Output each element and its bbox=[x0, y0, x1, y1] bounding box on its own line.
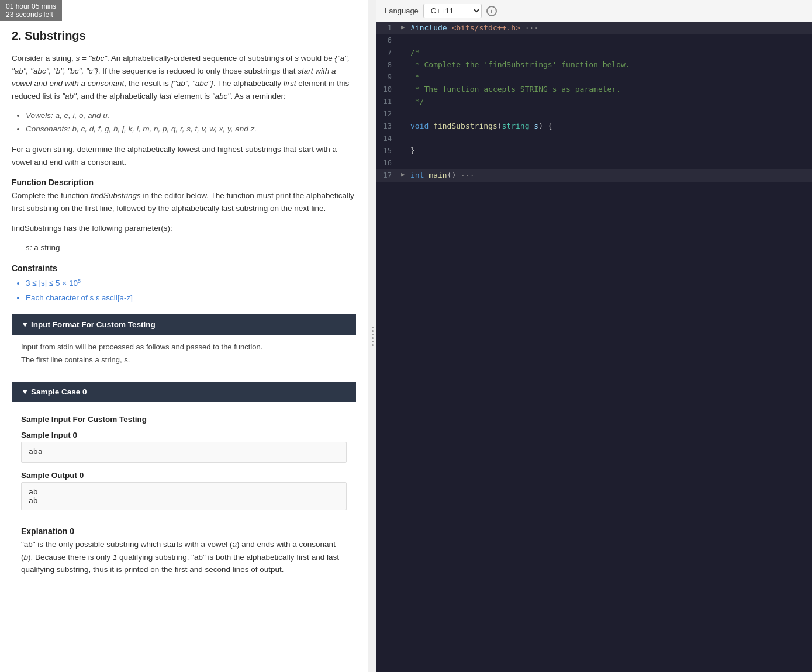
sample-input-label1: Sample Input For Custom Testing bbox=[21, 415, 347, 424]
timer-line1: 01 hour 05 mins bbox=[6, 2, 56, 11]
explanation-text: "ab" is the only possible substring whic… bbox=[21, 538, 347, 576]
sample-section: Sample Input For Custom Testing Sample I… bbox=[12, 402, 356, 593]
for-given-text: For a given string, determine the alphab… bbox=[12, 143, 356, 168]
vowels-item: Vowels: a, e, i, o, and u. bbox=[26, 109, 356, 123]
line-num-10: 10 bbox=[376, 84, 401, 95]
timer-bar: 01 hour 05 mins 23 seconds left bbox=[0, 0, 62, 21]
line-content-10: * The function accepts STRING s as param… bbox=[410, 84, 812, 96]
input-line1: Input from stdin will be processed as fo… bbox=[21, 341, 347, 354]
explanation-heading: Explanation 0 bbox=[21, 526, 347, 536]
line-content-12 bbox=[410, 108, 812, 120]
line-num-13: 13 bbox=[376, 120, 401, 132]
problem-title: 2. Substrings bbox=[12, 29, 356, 43]
line-num-17: 17 bbox=[376, 169, 401, 181]
code-line-13: 13 void findSubstrings(string s) { bbox=[376, 120, 812, 133]
line-num-8: 8 bbox=[376, 59, 401, 71]
code-line-16: 16 bbox=[376, 157, 812, 169]
line-num-11: 11 bbox=[376, 96, 401, 108]
line-content-15: } bbox=[410, 145, 812, 157]
sample-output-box: abab bbox=[21, 482, 347, 510]
line-content-6 bbox=[410, 34, 812, 47]
line-content-7: /* bbox=[410, 47, 812, 59]
explanation-section: Explanation 0 "ab" is the only possible … bbox=[12, 510, 356, 593]
line-arrow-8 bbox=[401, 59, 410, 70]
line-arrow-1[interactable]: ▶ bbox=[401, 22, 410, 33]
line-content-13: void findSubstrings(string s) { bbox=[410, 120, 812, 133]
code-line-12: 12 bbox=[376, 108, 812, 120]
problem-intro: Consider a string, s = "abc". An alphabe… bbox=[12, 52, 356, 102]
line-num-7: 7 bbox=[376, 47, 401, 58]
function-heading: Function Description bbox=[12, 178, 356, 187]
code-line-11: 11 */ bbox=[376, 96, 812, 108]
line-arrow-14 bbox=[401, 133, 410, 143]
line-num-6: 6 bbox=[376, 34, 401, 46]
left-panel: 01 hour 05 mins 23 seconds left 2. Subst… bbox=[0, 0, 368, 672]
line-content-14 bbox=[410, 133, 812, 145]
line-num-12: 12 bbox=[376, 108, 401, 120]
sample-case-header[interactable]: ▼ Sample Case 0 bbox=[12, 382, 356, 402]
line-arrow-13 bbox=[401, 120, 410, 131]
consonants-item: Consonants: b, c, d, f, g, h, j, k, l, m… bbox=[26, 123, 356, 136]
constraint-list: 3 ≤ |s| ≤ 5 × 105 Each character of s ε … bbox=[26, 276, 356, 305]
line-arrow-17[interactable]: ▶ bbox=[401, 169, 410, 180]
code-line-7: 7 /* bbox=[376, 47, 812, 59]
function-desc: Complete the function findSubstrings in … bbox=[12, 189, 356, 214]
language-select[interactable]: C++11 Python3 Java C bbox=[423, 4, 482, 18]
line-content-11: */ bbox=[410, 96, 812, 108]
timer-line2: 23 seconds left bbox=[6, 11, 53, 19]
code-editor[interactable]: 1 ▶ #include <bits/stdc++.h> ··· 6 7 /* … bbox=[376, 22, 812, 672]
line-num-16: 16 bbox=[376, 157, 401, 169]
line-arrow-16 bbox=[401, 157, 410, 168]
params-heading: findSubstrings has the following paramet… bbox=[12, 222, 356, 235]
constraint2: Each character of s ε ascii[a-z] bbox=[26, 291, 356, 305]
code-line-9: 9 * bbox=[376, 71, 812, 84]
line-arrow-7 bbox=[401, 47, 410, 57]
code-line-17: 17 ▶ int main() ··· bbox=[376, 169, 812, 182]
line-arrow-6 bbox=[401, 34, 410, 45]
constraints-heading: Constraints bbox=[12, 264, 356, 273]
line-content-9: * bbox=[410, 71, 812, 84]
right-panel: Language C++11 Python3 Java C i 1 ▶ #inc… bbox=[376, 0, 812, 672]
code-line-6: 6 bbox=[376, 34, 812, 47]
problem-content: 2. Substrings Consider a string, s = "ab… bbox=[0, 21, 368, 604]
line-arrow-11 bbox=[401, 96, 410, 106]
line-num-14: 14 bbox=[376, 133, 401, 144]
reminder-list: Vowels: a, e, i, o, and u. Consonants: b… bbox=[26, 109, 356, 136]
divider-dots bbox=[372, 327, 374, 346]
line-content-1: #include <bits/stdc++.h> ··· bbox=[410, 22, 812, 34]
line-content-16 bbox=[410, 157, 812, 169]
line-num-15: 15 bbox=[376, 145, 401, 157]
line-content-17: int main() ··· bbox=[410, 169, 812, 182]
line-num-1: 1 bbox=[376, 22, 401, 34]
input-format-header[interactable]: ▼ Input Format For Custom Testing bbox=[12, 314, 356, 335]
line-arrow-10 bbox=[401, 84, 410, 94]
input-format-content: Input from stdin will be processed as fo… bbox=[12, 335, 356, 372]
code-line-14: 14 bbox=[376, 133, 812, 145]
line-arrow-15 bbox=[401, 145, 410, 155]
code-line-15: 15 } bbox=[376, 145, 812, 157]
code-line-10: 10 * The function accepts STRING s as pa… bbox=[376, 84, 812, 96]
sample-output-label: Sample Output 0 bbox=[21, 471, 347, 480]
input-line2: The first line contains a string, s. bbox=[21, 354, 347, 366]
code-line-1: 1 ▶ #include <bits/stdc++.h> ··· bbox=[376, 22, 812, 34]
sample-input-box: aba bbox=[21, 442, 347, 463]
constraint1: 3 ≤ |s| ≤ 5 × 105 bbox=[26, 276, 356, 291]
language-label: Language bbox=[385, 6, 419, 15]
line-arrow-9 bbox=[401, 71, 410, 82]
info-icon[interactable]: i bbox=[486, 6, 497, 16]
panel-divider[interactable] bbox=[368, 0, 376, 672]
editor-toolbar: Language C++11 Python3 Java C i bbox=[376, 0, 812, 22]
param-s: s: a string bbox=[26, 241, 356, 254]
line-num-9: 9 bbox=[376, 71, 401, 83]
line-arrow-12 bbox=[401, 108, 410, 119]
line-content-8: * Complete the 'findSubstrings' function… bbox=[410, 59, 812, 71]
code-line-8: 8 * Complete the 'findSubstrings' functi… bbox=[376, 59, 812, 71]
sample-input-label2: Sample Input 0 bbox=[21, 431, 347, 439]
